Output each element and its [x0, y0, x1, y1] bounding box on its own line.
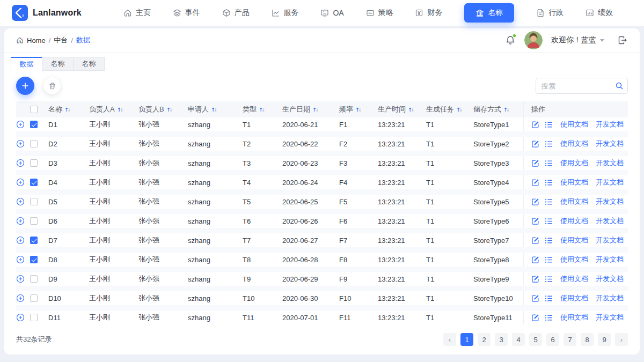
- tab-2[interactable]: 名称: [42, 57, 74, 71]
- list-icon[interactable]: [545, 256, 553, 264]
- edit-icon[interactable]: [531, 237, 539, 245]
- list-icon[interactable]: [545, 217, 553, 225]
- edit-icon[interactable]: [531, 256, 539, 264]
- list-icon[interactable]: [545, 314, 553, 322]
- edit-icon[interactable]: [531, 159, 539, 167]
- row-checkbox[interactable]: [30, 179, 38, 186]
- brand[interactable]: Lanlanwork: [12, 5, 98, 21]
- row-checkbox[interactable]: [30, 140, 38, 147]
- column-header[interactable]: 生产时间: [378, 105, 426, 114]
- doc-link-1[interactable]: 使用文档: [560, 120, 588, 129]
- column-header[interactable]: 名称: [48, 105, 89, 114]
- expand-row-button[interactable]: [16, 275, 25, 283]
- nav-item-5[interactable]: OA: [320, 9, 343, 17]
- column-header[interactable]: 负责人B: [138, 105, 188, 114]
- nav-item-4[interactable]: 服务: [272, 8, 299, 18]
- doc-link-1[interactable]: 使用文档: [560, 178, 588, 187]
- page-button-1[interactable]: 1: [460, 333, 473, 346]
- nav-item-10[interactable]: 绩效: [586, 8, 613, 18]
- edit-icon[interactable]: [531, 121, 539, 129]
- search-input[interactable]: [536, 78, 628, 94]
- page-button-9[interactable]: 9: [598, 333, 611, 346]
- column-header[interactable]: 生成任务: [426, 105, 473, 114]
- breadcrumb-home[interactable]: Home: [27, 36, 46, 45]
- nav-item-1[interactable]: 主页: [123, 8, 151, 18]
- page-button-2[interactable]: 2: [478, 333, 491, 346]
- notification-bell-icon[interactable]: [505, 35, 516, 46]
- doc-link-2[interactable]: 开发文档: [596, 139, 624, 149]
- tab-3[interactable]: 名称: [73, 57, 105, 71]
- expand-row-button[interactable]: [16, 139, 25, 148]
- row-checkbox[interactable]: [30, 121, 38, 128]
- doc-link-1[interactable]: 使用文档: [560, 197, 588, 206]
- edit-icon[interactable]: [531, 217, 539, 225]
- doc-link-1[interactable]: 使用文档: [560, 216, 588, 226]
- expand-row-button[interactable]: [16, 178, 25, 187]
- nav-item-7[interactable]: 财务: [415, 8, 442, 18]
- list-icon[interactable]: [545, 159, 553, 167]
- doc-link-1[interactable]: 使用文档: [560, 158, 588, 168]
- doc-link-2[interactable]: 开发文档: [596, 255, 624, 264]
- doc-link-2[interactable]: 开发文档: [596, 293, 624, 303]
- tab-1[interactable]: 数据: [11, 57, 42, 71]
- expand-row-button[interactable]: [16, 294, 25, 302]
- row-checkbox[interactable]: [30, 159, 38, 167]
- edit-icon[interactable]: [531, 198, 539, 206]
- list-icon[interactable]: [545, 294, 553, 302]
- column-header[interactable]: 申请人: [188, 105, 243, 114]
- logout-icon[interactable]: [617, 35, 628, 46]
- row-checkbox[interactable]: [30, 294, 38, 302]
- row-checkbox[interactable]: [30, 256, 38, 263]
- edit-icon[interactable]: [531, 275, 539, 283]
- edit-icon[interactable]: [531, 140, 539, 148]
- column-header[interactable]: 频率: [339, 105, 378, 114]
- doc-link-1[interactable]: 使用文档: [560, 139, 588, 149]
- row-checkbox[interactable]: [30, 314, 38, 321]
- edit-icon[interactable]: [531, 179, 539, 187]
- nav-item-3[interactable]: 产品: [222, 8, 250, 18]
- prev-page-button[interactable]: ‹: [443, 333, 456, 346]
- avatar[interactable]: [524, 31, 543, 49]
- nav-item-6[interactable]: 策略: [366, 8, 393, 18]
- add-button[interactable]: [16, 77, 34, 95]
- expand-row-button[interactable]: [16, 217, 25, 225]
- row-checkbox[interactable]: [30, 275, 38, 283]
- nav-item-8[interactable]: 名称: [464, 3, 514, 23]
- edit-icon[interactable]: [531, 294, 539, 302]
- list-icon[interactable]: [545, 237, 553, 245]
- page-button-6[interactable]: 6: [546, 333, 559, 346]
- column-header[interactable]: 生产日期: [282, 105, 339, 114]
- expand-row-button[interactable]: [16, 255, 25, 264]
- column-header[interactable]: 负责人A: [89, 105, 138, 114]
- page-button-7[interactable]: 7: [564, 333, 576, 346]
- column-header[interactable]: 类型: [243, 105, 282, 114]
- page-button-5[interactable]: 5: [529, 333, 542, 346]
- doc-link-1[interactable]: 使用文档: [560, 313, 588, 322]
- search-icon[interactable]: [615, 82, 624, 90]
- list-icon[interactable]: [545, 179, 553, 187]
- delete-button[interactable]: [43, 77, 61, 94]
- list-icon[interactable]: [545, 140, 553, 148]
- doc-link-1[interactable]: 使用文档: [560, 293, 588, 303]
- expand-row-button[interactable]: [16, 197, 25, 206]
- doc-link-2[interactable]: 开发文档: [596, 178, 624, 187]
- list-icon[interactable]: [545, 121, 553, 129]
- nav-item-2[interactable]: 事件: [173, 8, 200, 18]
- select-all-checkbox[interactable]: [30, 106, 38, 113]
- next-page-button[interactable]: ›: [615, 333, 628, 346]
- doc-link-2[interactable]: 开发文档: [596, 235, 624, 245]
- edit-icon[interactable]: [531, 314, 539, 322]
- list-icon[interactable]: [545, 198, 553, 206]
- expand-row-button[interactable]: [16, 159, 25, 167]
- row-checkbox[interactable]: [30, 217, 38, 225]
- doc-link-2[interactable]: 开发文档: [596, 197, 624, 206]
- doc-link-2[interactable]: 开发文档: [596, 274, 624, 284]
- doc-link-1[interactable]: 使用文档: [560, 235, 588, 245]
- doc-link-2[interactable]: 开发文档: [596, 158, 624, 168]
- page-button-4[interactable]: 4: [512, 333, 525, 346]
- page-button-3[interactable]: 3: [495, 333, 508, 346]
- column-header[interactable]: 储存方式: [473, 105, 523, 114]
- doc-link-2[interactable]: 开发文档: [596, 313, 624, 322]
- row-checkbox[interactable]: [30, 237, 38, 244]
- doc-link-2[interactable]: 开发文档: [596, 216, 624, 226]
